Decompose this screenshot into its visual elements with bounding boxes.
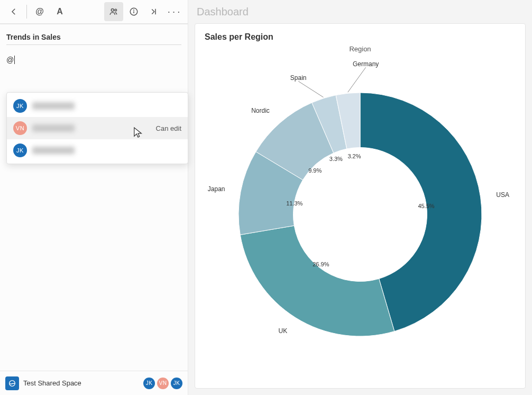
side-toolbar: @ A · · · [0, 0, 188, 24]
avatar: JK [13, 143, 27, 157]
avatar[interactable]: JK [143, 378, 155, 389]
mention-input[interactable]: @ [6, 56, 181, 64]
chart-category-label: UK [279, 327, 288, 335]
chart-value-label: 11.3% [286, 200, 302, 207]
chart-leader-line [348, 67, 366, 92]
mention-dropdown-item[interactable]: JK [7, 139, 188, 161]
avatar: JK [13, 99, 27, 113]
chart-category-label: USA [496, 191, 509, 199]
space-globe-icon [8, 379, 16, 388]
chart-legend-title: Region [349, 45, 371, 53]
back-button[interactable] [4, 2, 23, 21]
user-name-obscured [32, 102, 75, 110]
user-name-obscured [32, 124, 75, 132]
side-footer: Test Shared Space JKVNJK [0, 371, 188, 395]
avatar[interactable]: VN [157, 378, 169, 389]
user-name-obscured [32, 147, 75, 154]
page-title: Dashboard [197, 6, 249, 18]
collapse-button[interactable] [144, 2, 163, 21]
mention-dropdown-item[interactable]: JK [7, 95, 188, 117]
chart-category-label: Nordic [251, 107, 270, 114]
mention-user-dropdown: JKVNCan editJK [6, 92, 188, 164]
chart-card: Sales per Region Region USA45.5%UK26.9%J… [195, 23, 526, 389]
footer-avatar-stack: JKVNJK [143, 378, 182, 389]
chart-category-label: Spain [290, 74, 307, 82]
chart-slice-uk[interactable] [240, 226, 395, 336]
chart-title: Sales per Region [205, 32, 516, 42]
info-icon [129, 7, 139, 16]
side-panel: @ A · · · Trends in Sales @ [0, 0, 188, 395]
mention-tool-button[interactable]: @ [30, 2, 49, 21]
chart-value-label: 9.9% [308, 167, 322, 174]
info-button[interactable] [124, 2, 143, 21]
text-caret [14, 56, 15, 64]
svg-point-4 [134, 10, 134, 11]
chart-value-label: 45.5% [418, 203, 434, 209]
main-header: Dashboard [188, 0, 532, 23]
permission-label: Can edit [156, 124, 181, 132]
users-icon [109, 7, 118, 16]
mention-input-value: @ [6, 56, 14, 64]
side-body: Trends in Sales @ JKVNCan editJK [0, 24, 188, 371]
app-root: @ A · · · Trends in Sales @ [0, 0, 532, 395]
share-users-button[interactable] [104, 2, 123, 21]
chart-category-label: Germany [353, 60, 379, 68]
mention-dropdown-item[interactable]: VNCan edit [7, 117, 188, 139]
avatar: VN [13, 121, 27, 135]
toolbar-divider [26, 5, 27, 19]
chevron-left-icon [9, 7, 19, 16]
avatar[interactable]: JK [171, 378, 182, 389]
chart-value-label: 3.3% [329, 156, 343, 162]
svg-point-0 [111, 9, 114, 12]
text-tool-button[interactable]: A [50, 2, 69, 21]
collapse-right-icon [149, 7, 159, 16]
donut-chart: USA45.5%UK26.9%Japan11.3%Nordic9.9%Spain… [212, 66, 508, 363]
chart-value-label: 3.2% [347, 153, 361, 159]
svg-point-1 [115, 9, 117, 11]
section-title: Trends in Sales [6, 33, 181, 45]
space-name: Test Shared Space [23, 379, 81, 387]
main-panel: Dashboard Sales per Region Region USA45.… [188, 0, 532, 395]
chart-leader-line [298, 81, 323, 97]
chart-value-label: 26.9% [313, 261, 329, 267]
space-icon[interactable] [5, 376, 19, 390]
chart-category-label: Japan [208, 185, 225, 193]
more-button[interactable]: · · · [164, 2, 184, 21]
